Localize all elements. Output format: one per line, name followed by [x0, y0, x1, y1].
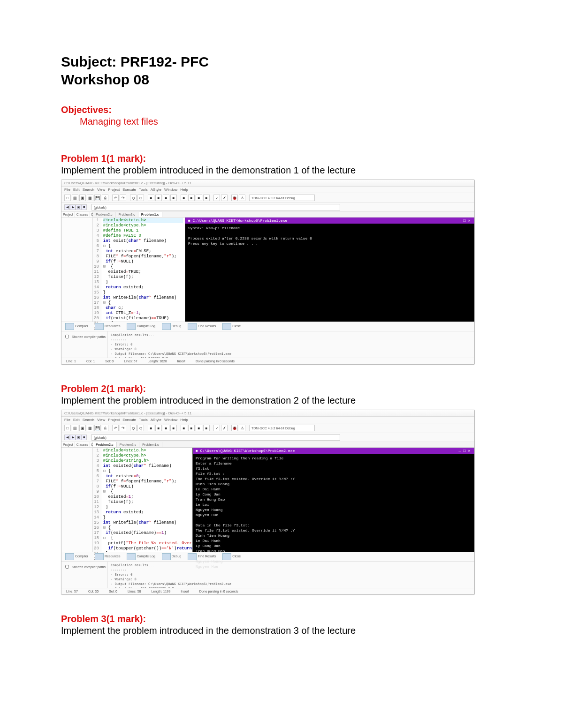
panel-tab[interactable]: Classes — [75, 442, 90, 447]
menu-item[interactable]: Project — [108, 188, 120, 192]
editor-tab[interactable]: Problem1.c — [139, 442, 162, 447]
toolbar-button[interactable]: ■ — [181, 425, 187, 431]
menu-item[interactable]: Window — [164, 418, 177, 422]
toolbar-button[interactable]: Q — [137, 425, 144, 431]
ide-toolbar[interactable]: □▤▣▦💾⎙↶↷QQ■■■■■■■■✓✗🐞⚠TDM-GCC 4.9.2 64-b… — [61, 423, 474, 433]
menu-item[interactable]: Tools — [139, 418, 148, 422]
toolbar-button[interactable]: ■ — [196, 425, 202, 431]
nav-button[interactable]: ▣ — [76, 435, 81, 440]
nav-button[interactable]: ◀ — [64, 204, 70, 210]
toolbar-button[interactable]: ■ — [188, 195, 195, 201]
scope-combo[interactable]: (globals) — [91, 204, 340, 210]
editor-tab[interactable]: Problem3.c — [117, 442, 139, 447]
menu-item[interactable]: File — [64, 418, 70, 422]
bottom-tab[interactable]: Debug — [160, 552, 183, 561]
menu-item[interactable]: File — [64, 188, 70, 192]
toolbar-button[interactable]: ⚠ — [239, 425, 245, 431]
menu-item[interactable]: AStyle — [151, 418, 161, 422]
shorten-paths-checkbox[interactable]: Shorten compiler paths — [63, 333, 106, 340]
toolbar-button[interactable]: ▤ — [72, 195, 78, 201]
ide-toolbar[interactable]: □▤▣▦💾⎙↶↷QQ■■■■■■■■✓✗🐞⚠TDM-GCC 4.9.2 64-b… — [61, 193, 474, 203]
bottom-tab[interactable]: Debug — [160, 322, 183, 331]
menu-item[interactable]: Search — [83, 418, 94, 422]
window-button[interactable]: ✕ — [467, 218, 472, 223]
menu-item[interactable]: View — [97, 188, 105, 192]
window-button[interactable]: ✕ — [467, 449, 472, 453]
toolbar-button[interactable]: ▦ — [87, 195, 93, 201]
menu-item[interactable]: Search — [83, 188, 94, 192]
menu-item[interactable]: Tools — [139, 188, 148, 192]
toolbar-button[interactable]: ▣ — [79, 425, 86, 431]
bottom-tab[interactable]: Find Results — [186, 552, 218, 561]
editor-tab[interactable]: Problem3.c — [115, 212, 138, 217]
bottom-tab[interactable]: Close — [221, 322, 243, 331]
compiler-combo[interactable]: TDM-GCC 4.9.2 64-bit Debug — [249, 425, 315, 431]
toolbar-button[interactable]: ↷ — [120, 195, 126, 201]
window-button[interactable]: □ — [462, 449, 467, 453]
toolbar-button[interactable]: ↶ — [112, 195, 119, 201]
bottom-tab[interactable]: Compiler — [63, 552, 90, 561]
toolbar-button[interactable]: Q — [130, 195, 137, 201]
menu-item[interactable]: View — [97, 418, 105, 422]
window-button[interactable]: — — [457, 449, 462, 453]
toolbar-button[interactable]: ■ — [170, 195, 177, 201]
toolbar-button[interactable]: Q — [130, 425, 137, 431]
toolbar-button[interactable]: ■ — [196, 195, 202, 201]
toolbar-button[interactable]: ■ — [181, 195, 187, 201]
menu-item[interactable]: Window — [164, 188, 177, 192]
toolbar-button[interactable]: 🐞 — [231, 195, 238, 201]
bottom-tab[interactable]: Close — [221, 552, 243, 561]
panel-tab[interactable]: Project — [61, 442, 75, 447]
bottom-tabs[interactable]: CompilerResourcesCompile LogDebugFind Re… — [61, 322, 474, 331]
menu-item[interactable]: Execute — [122, 188, 136, 192]
menu-item[interactable]: Execute — [122, 418, 136, 422]
ide-subtoolbar[interactable]: ◀▶▣■(globals) — [61, 433, 474, 442]
bottom-tab[interactable]: Compile Log — [125, 552, 157, 561]
editor-tab[interactable]: Problem1.c — [138, 212, 162, 217]
toolbar-button[interactable]: ■ — [203, 195, 210, 201]
toolbar-button[interactable]: ▦ — [87, 425, 93, 431]
ide-menubar[interactable]: FileEditSearchViewProjectExecuteToolsASt… — [61, 417, 474, 423]
code-editor[interactable]: 12345678910111213141516171819202122#incl… — [93, 448, 192, 552]
menu-item[interactable]: Edit — [73, 418, 80, 422]
menu-item[interactable]: Help — [180, 418, 188, 422]
nav-button[interactable]: ▣ — [76, 204, 81, 210]
toolbar-button[interactable]: Q — [137, 195, 144, 201]
bottom-tab[interactable]: Resources — [93, 322, 122, 331]
shorten-paths-checkbox[interactable]: Shorten compiler paths — [63, 563, 106, 570]
toolbar-button[interactable]: ⎙ — [102, 195, 108, 201]
toolbar-button[interactable]: ▤ — [72, 425, 78, 431]
toolbar-button[interactable]: □ — [64, 425, 71, 431]
panel-tab[interactable]: Classes — [75, 212, 90, 217]
bottom-tab[interactable]: Compiler — [63, 322, 90, 331]
project-panel[interactable]: ProjectClassesDebug — [61, 442, 93, 552]
toolbar-button[interactable]: ■ — [148, 195, 154, 201]
toolbar-button[interactable]: ⚠ — [239, 195, 245, 201]
toolbar-button[interactable]: ✗ — [221, 195, 228, 201]
menu-item[interactable]: Help — [180, 188, 188, 192]
toolbar-button[interactable]: ✗ — [221, 425, 228, 431]
nav-button[interactable]: ■ — [81, 435, 87, 440]
menu-item[interactable]: AStyle — [151, 188, 161, 192]
project-panel[interactable]: ProjectClassesDebug — [61, 212, 93, 322]
panel-tab[interactable]: Project — [61, 212, 75, 217]
window-button[interactable]: □ — [462, 218, 467, 223]
toolbar-button[interactable]: 💾 — [94, 195, 101, 201]
toolbar-button[interactable]: □ — [64, 195, 71, 201]
menu-item[interactable]: Edit — [73, 188, 80, 192]
editor-tab[interactable]: Problem2.c — [93, 212, 115, 217]
ide-subtoolbar[interactable]: ◀▶▣■(globals) — [61, 203, 474, 212]
nav-button[interactable]: ◀ — [64, 435, 70, 440]
menu-item[interactable]: Project — [108, 418, 120, 422]
toolbar-button[interactable]: ■ — [148, 425, 154, 431]
toolbar-button[interactable]: ↷ — [120, 425, 126, 431]
code-editor[interactable]: 12345678910111213141516171819202122#incl… — [93, 218, 185, 322]
bottom-tab[interactable]: Compile Log — [125, 322, 157, 331]
nav-button[interactable]: ▶ — [70, 204, 76, 210]
editor-tabs[interactable]: Problem2.cProblem3.cProblem1.c — [93, 212, 474, 218]
scope-combo[interactable]: (globals) — [91, 434, 340, 441]
bottom-tab[interactable]: Find Results — [186, 322, 218, 331]
toolbar-button[interactable]: ■ — [203, 425, 210, 431]
toolbar-button[interactable]: ■ — [188, 425, 195, 431]
toolbar-button[interactable]: ⎙ — [102, 425, 108, 431]
